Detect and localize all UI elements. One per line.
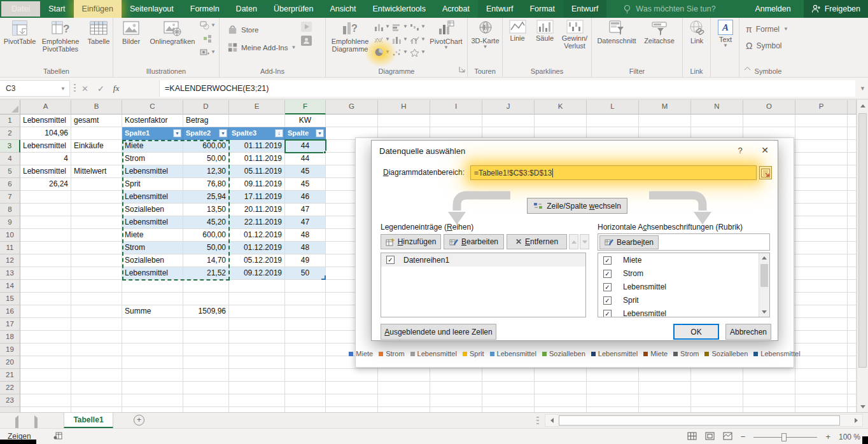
cell-C7[interactable]: Lebensmittel	[122, 191, 183, 204]
cell-C10[interactable]: Miete	[122, 229, 183, 242]
cell-A14[interactable]	[20, 280, 71, 293]
cell-F22[interactable]	[285, 382, 326, 394]
cell-M24[interactable]	[639, 407, 691, 412]
cell-D3[interactable]: 600,00	[183, 140, 229, 153]
radar-chart-button[interactable]: ▼	[410, 47, 426, 57]
cell-F24[interactable]	[285, 407, 326, 412]
cell-L1[interactable]	[587, 114, 639, 127]
cell-D1[interactable]: Betrag	[183, 114, 229, 127]
cell-F5[interactable]: 45	[285, 165, 326, 178]
row-header-6[interactable]: 6	[0, 178, 20, 191]
cell-B13[interactable]	[71, 267, 122, 280]
scroll-down-button[interactable]	[759, 307, 769, 317]
cell-D17[interactable]	[183, 318, 229, 331]
cell-P5[interactable]	[795, 165, 848, 178]
cell-P24[interactable]	[795, 407, 848, 412]
col-header-G[interactable]: G	[326, 100, 378, 114]
tab-entwurf-12[interactable]: Entwurf	[563, 0, 606, 18]
cell-F3[interactable]: 44	[285, 140, 326, 153]
cell-B3[interactable]: Einkäufe	[71, 140, 122, 153]
col-header-J[interactable]: J	[482, 100, 535, 114]
bar-chart-button[interactable]: ▼	[392, 22, 409, 32]
tab-überprüfen-6[interactable]: Überprüfen	[265, 0, 322, 18]
cell-B12[interactable]	[71, 254, 122, 267]
scroll-up-button[interactable]	[857, 100, 868, 111]
move-series-up-button[interactable]	[569, 234, 578, 249]
filter-dropdown-icon[interactable]: ▼	[173, 129, 181, 137]
list-item[interactable]: ✓Strom	[598, 267, 769, 280]
cell-C6[interactable]: Sprit	[122, 178, 183, 191]
formel-button[interactable]: π Formel ▼	[746, 24, 788, 34]
cell-P3[interactable]	[795, 140, 848, 153]
cell-D11[interactable]: 50,00	[183, 242, 229, 254]
cell-N22[interactable]	[691, 382, 743, 394]
zoom-in-button[interactable]: +	[825, 432, 830, 441]
zoom-slider-thumb[interactable]	[781, 433, 787, 441]
list-item[interactable]: ✓Lebensmittel	[598, 281, 769, 293]
cell-G23[interactable]	[326, 394, 378, 407]
scroll-left-button[interactable]	[547, 416, 557, 425]
cell-P21[interactable]	[795, 369, 848, 382]
column-chart-button[interactable]: ▼	[374, 22, 391, 32]
cell-C16[interactable]: Summe	[122, 305, 183, 318]
combo-chart-button[interactable]: ▼	[410, 34, 426, 45]
cell-C4[interactable]: Strom	[122, 153, 183, 165]
cell-B23[interactable]	[71, 394, 122, 407]
add-series-button[interactable]: Hinzufügen	[381, 234, 441, 249]
cell-B15[interactable]	[71, 293, 122, 305]
cell-P8[interactable]	[795, 204, 848, 216]
cell-A17[interactable]	[20, 318, 71, 331]
cell-O21[interactable]	[743, 369, 795, 382]
row-header-5[interactable]: 5	[0, 165, 20, 178]
cell-G24[interactable]	[326, 407, 378, 412]
cancel-formula-button[interactable]: ✕	[81, 84, 88, 94]
cell-J1[interactable]	[482, 114, 535, 127]
cell-F10[interactable]: 48	[285, 229, 326, 242]
sparkline-linie-button[interactable]: Linie	[505, 20, 529, 42]
cell-E9[interactable]: 22.11.2019	[229, 216, 285, 229]
cell-L24[interactable]	[587, 407, 639, 412]
cell-B24[interactable]	[71, 407, 122, 412]
cell-B8[interactable]	[71, 204, 122, 216]
col-header-O[interactable]: O	[743, 100, 795, 114]
recommended-pivottables-button[interactable]: ? Empfohlene PivotTables	[37, 20, 84, 53]
cell-A3[interactable]: Lebensmittel	[20, 140, 71, 153]
cell-C15[interactable]	[122, 293, 183, 305]
cell-C9[interactable]: Lebensmittel	[122, 216, 183, 229]
insert-function-button[interactable]: fx	[113, 83, 120, 94]
cell-D20[interactable]	[183, 356, 229, 369]
cell-H21[interactable]	[378, 369, 430, 382]
row-header-14[interactable]: 14	[0, 280, 20, 293]
row-header-21[interactable]: 21	[0, 369, 20, 382]
cell-F20[interactable]	[285, 356, 326, 369]
3d-map-button[interactable]: 3D-Karte ▼	[471, 20, 500, 49]
cell-E15[interactable]	[229, 293, 285, 305]
col-header-I[interactable]: I	[430, 100, 482, 114]
text-button[interactable]: A Text ▼	[716, 20, 735, 48]
cell-K22[interactable]	[535, 382, 587, 394]
namebox-splitter[interactable]	[74, 84, 76, 93]
row-header-4[interactable]: 4	[0, 153, 20, 165]
cell-D19[interactable]	[183, 343, 229, 356]
filter-dropdown-icon[interactable]: ▼	[219, 129, 227, 137]
row-header-15[interactable]: 15	[0, 293, 20, 305]
zoom-level[interactable]: 100 %	[839, 433, 860, 441]
add-sheet-button[interactable]: +	[134, 415, 144, 426]
symbol-button[interactable]: Ω Symbol	[746, 41, 781, 51]
cell-M21[interactable]	[639, 369, 691, 382]
cell-N21[interactable]	[691, 369, 743, 382]
cell-O1[interactable]	[743, 114, 795, 127]
cell-P20[interactable]	[795, 356, 848, 369]
cell-A23[interactable]	[20, 394, 71, 407]
col-header-C[interactable]: C	[122, 100, 183, 114]
row-header-16[interactable]: 16	[0, 305, 20, 318]
zoom-out-button[interactable]: −	[741, 432, 746, 441]
cell-E13[interactable]: 09.12.2019	[229, 267, 285, 280]
cell-C1[interactable]: Kostenfaktor	[122, 114, 183, 127]
cell-E2[interactable]: Spalte3↓	[229, 127, 285, 140]
cell-D10[interactable]: 600,00	[183, 229, 229, 242]
cell-D16[interactable]: 1509,96	[183, 305, 229, 318]
cell-K24[interactable]	[535, 407, 587, 412]
ok-button[interactable]: OK	[673, 324, 719, 340]
cell-P15[interactable]	[795, 293, 848, 305]
